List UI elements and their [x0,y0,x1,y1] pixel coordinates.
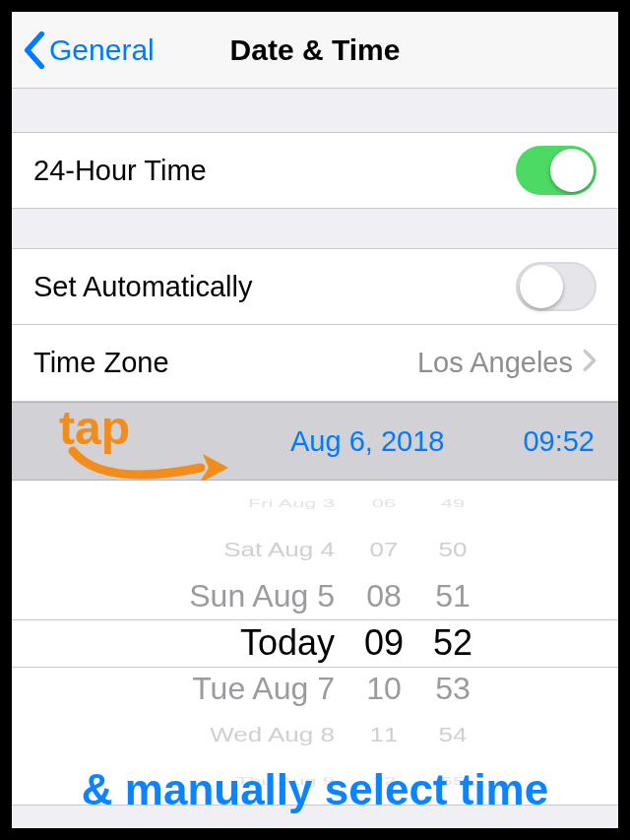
picker-item: 53 [435,666,471,712]
picker-item: 08 [366,573,402,619]
picker-item: 50 [439,533,468,567]
row-set-automatically[interactable]: Set Automatically [12,248,618,325]
picker-item-selected: Today [240,619,335,666]
picker-item: 54 [439,718,468,752]
toggle-knob [550,149,594,192]
spacer [12,209,618,248]
picker-item: Wed Aug 8 [210,718,335,752]
toggle-24hour[interactable] [516,146,597,195]
row-selected-datetime[interactable]: tap Aug 6, 2018 09:52 [12,402,618,481]
picker-column-hour[interactable]: 06 07 08 09 10 11 12 [364,481,404,805]
picker-item: 10 [366,666,402,712]
spacer [12,89,618,132]
picker-item: 49 [441,492,465,516]
row-timezone[interactable]: Time Zone Los Angeles [12,325,618,402]
selected-time: 09:52 [523,425,595,458]
back-button[interactable]: General [12,32,155,69]
chevron-left-icon [24,32,45,69]
picker-item: 07 [370,533,399,567]
picker-item-selected: 52 [433,619,472,666]
row-label: 24-Hour Time [33,155,207,187]
picker-item: 11 [370,718,399,752]
datetime-picker[interactable]: Fri Aug 3 Sat Aug 4 Sun Aug 5 Today Tue … [12,481,618,806]
picker-column-date[interactable]: Fri Aug 3 Sat Aug 4 Sun Aug 5 Today Tue … [158,481,335,805]
row-label: Set Automatically [33,271,252,303]
picker-item: Sat Aug 4 [223,533,335,567]
navbar: General Date & Time [12,12,618,89]
chevron-right-icon [583,347,597,379]
picker-item: Fri Aug 3 [248,492,335,516]
toggle-knob [520,265,563,308]
toggle-set-auto[interactable] [516,262,597,311]
picker-item: 51 [435,573,471,619]
picker-item: Tue Aug 7 [192,666,335,712]
back-label: General [49,33,155,67]
picker-item-selected: 09 [364,619,404,666]
row-24hour[interactable]: 24-Hour Time [12,132,618,209]
row-label: Time Zone [33,347,169,379]
timezone-value: Los Angeles [417,347,573,379]
settings-screen: General Date & Time 24-Hour Time Set Aut… [12,12,618,828]
picker-item: Sun Aug 5 [189,573,335,619]
picker-item: 06 [372,492,396,516]
picker-column-minute[interactable]: 49 50 51 52 53 54 55 [433,481,472,805]
annotation-bottom: & manually select time [12,765,618,814]
group-auto: Set Automatically Time Zone Los Angeles [12,248,618,402]
selected-date: Aug 6, 2018 [290,425,444,458]
